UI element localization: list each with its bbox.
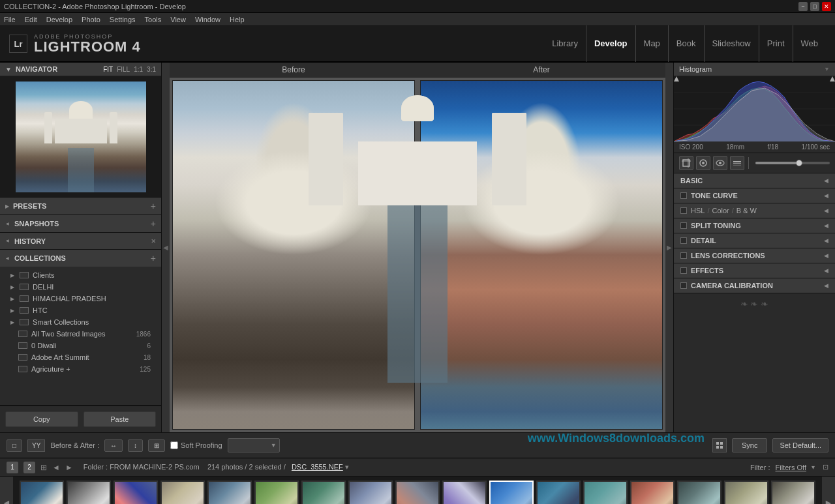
- hsl-tab[interactable]: HSL: [691, 207, 705, 215]
- crop-tool[interactable]: [679, 156, 693, 170]
- collection-smart[interactable]: ▶ Smart Collections: [0, 316, 161, 328]
- history-header[interactable]: ▼ History ×: [0, 233, 161, 249]
- film-thumb-11[interactable]: [489, 481, 534, 504]
- collection-all-two[interactable]: All Two Satrred Images 1866: [0, 328, 161, 340]
- close-button[interactable]: ✕: [822, 2, 831, 11]
- proofing-dropdown[interactable]: ▼: [228, 438, 280, 452]
- nav-book[interactable]: Book: [669, 25, 705, 62]
- filter-value[interactable]: Filters Off: [776, 464, 806, 471]
- filmstrip-num2[interactable]: 2: [23, 462, 35, 473]
- nav-1to1[interactable]: 1:1: [134, 66, 143, 73]
- film-thumb-13[interactable]: [583, 481, 628, 504]
- film-thumb-12[interactable]: [536, 481, 581, 504]
- camera-calibration-header[interactable]: Camera Calibration ◀: [674, 278, 835, 293]
- copy-settings-button[interactable]: ⊞: [148, 439, 165, 452]
- filmstrip-next-arrow[interactable]: ►: [65, 463, 73, 472]
- presets-add[interactable]: +: [151, 201, 156, 211]
- filmstrip-scroll-left[interactable]: ◄: [0, 477, 13, 504]
- hsl-header[interactable]: HSL / Color / B & W ◀: [674, 203, 835, 218]
- right-panel-scroll[interactable]: Basic ◀ Tone Curve ◀: [674, 173, 835, 432]
- lens-corrections-checkbox[interactable]: [680, 252, 687, 259]
- tone-curve-header[interactable]: Tone Curve ◀: [674, 188, 835, 203]
- nav-library[interactable]: Library: [544, 25, 586, 62]
- navigator-header[interactable]: ▼ Navigator FIT FILL 1:1 3:1: [0, 63, 161, 76]
- effects-checkbox[interactable]: [680, 267, 687, 274]
- menu-window[interactable]: Window: [195, 16, 220, 23]
- nav-fit[interactable]: FIT: [103, 66, 113, 73]
- right-panel-collapse[interactable]: ▶: [665, 63, 673, 432]
- set-default-button[interactable]: Set Default...: [772, 438, 828, 452]
- nav-print[interactable]: Print: [759, 25, 793, 62]
- history-close[interactable]: ×: [151, 236, 156, 246]
- film-thumb-9[interactable]: [395, 481, 440, 504]
- swap-vertical-button[interactable]: ↕: [128, 439, 143, 452]
- bottom-right-icon[interactable]: [712, 438, 727, 452]
- collections-header[interactable]: ▼ Collections +: [0, 250, 161, 267]
- collection-agricuture[interactable]: Agricuture + 125: [0, 363, 161, 375]
- view-mode-button[interactable]: □: [7, 439, 22, 452]
- film-thumb-17[interactable]: [771, 481, 815, 504]
- color-tab[interactable]: Color: [712, 207, 729, 215]
- menu-view[interactable]: View: [170, 16, 186, 23]
- nav-3to1[interactable]: 3:1: [147, 66, 156, 73]
- tone-curve-checkbox[interactable]: [680, 192, 687, 199]
- collection-diwali[interactable]: 0 Diwali 6: [0, 340, 161, 351]
- film-thumb-7[interactable]: [301, 481, 346, 504]
- bw-tab[interactable]: B & W: [736, 207, 757, 215]
- film-thumb-10[interactable]: [442, 481, 487, 504]
- nav-web[interactable]: Web: [793, 25, 827, 62]
- filter-dropdown[interactable]: ▾: [812, 464, 815, 471]
- film-thumb-8[interactable]: [348, 481, 393, 504]
- effects-header[interactable]: Effects ◀: [674, 263, 835, 278]
- filter-toggle[interactable]: ⊡: [823, 463, 828, 471]
- yy-mode-button[interactable]: YY: [27, 439, 45, 452]
- sync-button[interactable]: Sync: [732, 438, 767, 452]
- detail-header[interactable]: Detail ◀: [674, 233, 835, 248]
- menu-photo[interactable]: Photo: [82, 16, 100, 23]
- menu-edit[interactable]: Edit: [25, 16, 37, 23]
- collection-himachal[interactable]: ▶ HIMACHAL PRADESH: [0, 293, 161, 304]
- left-panel-collapse[interactable]: ◀: [162, 63, 170, 432]
- hsl-checkbox[interactable]: [680, 207, 687, 214]
- collection-adobe-art[interactable]: Adobe Art Summit 18: [0, 351, 161, 363]
- spot-removal-tool[interactable]: [696, 156, 710, 170]
- collection-clients[interactable]: ▶ Clients: [0, 269, 161, 281]
- film-thumb-6[interactable]: [254, 481, 299, 504]
- collection-htc[interactable]: ▶ HTC: [0, 304, 161, 316]
- histogram-header[interactable]: Histogram ▼: [674, 63, 835, 76]
- camera-calibration-checkbox[interactable]: [680, 282, 687, 289]
- film-thumb-3[interactable]: [114, 481, 158, 504]
- menu-develop[interactable]: Develop: [46, 16, 72, 23]
- lens-corrections-header[interactable]: Lens Corrections ◀: [674, 248, 835, 263]
- paste-button[interactable]: Paste: [84, 411, 157, 427]
- film-thumb-14[interactable]: [630, 481, 675, 504]
- collections-add[interactable]: +: [151, 253, 156, 263]
- presets-header[interactable]: ▶ Presets +: [0, 198, 161, 215]
- nav-slideshow[interactable]: Slideshow: [705, 25, 759, 62]
- film-thumb-1[interactable]: [20, 481, 64, 504]
- split-toning-header[interactable]: Split Toning ◀: [674, 218, 835, 233]
- collection-delhi[interactable]: ▶ DELHI: [0, 281, 161, 293]
- menu-settings[interactable]: Settings: [110, 16, 136, 23]
- menu-file[interactable]: File: [4, 16, 16, 23]
- snapshots-add[interactable]: +: [151, 218, 156, 229]
- nav-fill[interactable]: FILL: [117, 66, 130, 73]
- film-thumb-15[interactable]: [677, 481, 721, 504]
- basic-header[interactable]: Basic ◀: [674, 173, 835, 188]
- swap-horizontal-button[interactable]: ↔: [104, 439, 123, 452]
- filmstrip-grid-icon[interactable]: ⊞: [40, 463, 47, 472]
- maximize-button[interactable]: □: [810, 2, 819, 11]
- filmstrip-prev-arrow[interactable]: ◄: [52, 463, 60, 472]
- menu-tools[interactable]: Tools: [145, 16, 162, 23]
- graduated-filter-tool[interactable]: [730, 156, 744, 170]
- film-thumb-16[interactable]: [724, 481, 768, 504]
- nav-develop[interactable]: Develop: [586, 25, 636, 62]
- soft-proofing-checkbox[interactable]: [170, 441, 178, 449]
- snapshots-header[interactable]: ▼ Snapshots +: [0, 215, 161, 232]
- copy-button[interactable]: Copy: [5, 411, 78, 427]
- filmstrip-scroll-right[interactable]: ►: [822, 477, 835, 504]
- film-thumb-5[interactable]: [207, 481, 252, 504]
- red-eye-tool[interactable]: [713, 156, 727, 170]
- split-toning-checkbox[interactable]: [680, 222, 687, 229]
- filmstrip-num1[interactable]: 1: [7, 462, 18, 473]
